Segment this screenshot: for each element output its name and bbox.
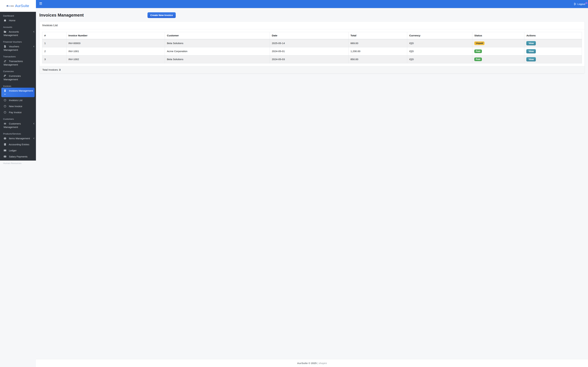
- table-row: 1 INV-00003 Beta Solutions 2025-05-14 66…: [42, 39, 257, 47]
- circle-icon: [4, 111, 6, 114]
- cell-customer: Beta Solutions: [165, 39, 257, 47]
- svg-text:$: $: [4, 156, 5, 157]
- sidebar-nav: Dashboard Home Accounts Accounts Managem…: [0, 12, 36, 161]
- table-row: 3 INV-1002 Beta Solutions 2024-05-03 850…: [42, 55, 257, 63]
- circle-icon: [4, 99, 6, 101]
- receipt-icon: [4, 89, 6, 92]
- cell-invoice-number: INV-00003: [66, 39, 165, 47]
- card-title: Invoices List: [40, 22, 257, 29]
- invoices-total: Total Invoices: 3: [40, 66, 257, 73]
- chevron-down-icon: [4, 93, 6, 95]
- page-header: Invoices Management Create New Invoice: [39, 12, 257, 18]
- cell-num: 1: [42, 39, 66, 47]
- brand-logo-icon: AurSuite: [7, 5, 14, 7]
- main-content: Invoices Management Create New Invoice I…: [36, 8, 257, 161]
- invoices-total-value: 3: [59, 68, 61, 71]
- nav-section-transactions: Transactions: [0, 55, 36, 58]
- col-header-customer: Customer: [165, 32, 257, 39]
- invoices-card: Invoices List # Invoice Number Customer …: [39, 21, 257, 74]
- users-icon: [4, 122, 6, 125]
- nav-section-customers: Customers: [0, 118, 36, 121]
- brand-title: AurSuite: [15, 4, 29, 8]
- cell-invoice-number: INV-1002: [66, 55, 165, 63]
- table-header-row: # Invoice Number Customer Date Total Cur…: [42, 32, 257, 39]
- sidebar-item-items-management[interactable]: Items Management: [0, 135, 36, 142]
- cell-num: 3: [42, 55, 66, 63]
- home-icon: [4, 19, 6, 22]
- book-icon: [4, 143, 6, 146]
- coins-icon: [4, 75, 6, 77]
- sidebar-item-currencies-management[interactable]: Currencies Management: [0, 73, 36, 83]
- table-row: 2 INV-1001 Acme Corporation 2024-05-01 1…: [42, 47, 257, 55]
- menu-toggle-button[interactable]: [39, 2, 42, 5]
- page-title: Invoices Management: [39, 13, 84, 17]
- sidebar-item-vouchers-management[interactable]: Vouchers Management: [0, 43, 36, 53]
- card-body: # Invoice Number Customer Date Total Cur…: [40, 29, 257, 66]
- invoices-table: # Invoice Number Customer Date Total Cur…: [42, 32, 257, 63]
- sidebar-item-accounting-entries[interactable]: Accounting Entries: [0, 142, 36, 148]
- book-open-icon: [4, 149, 6, 152]
- chevron-left-icon: [33, 31, 35, 33]
- folder-open-icon: [4, 30, 6, 33]
- sidebar-item-pay-invoice[interactable]: Pay Invoice: [0, 109, 36, 115]
- cell-customer: Acme Corporation: [165, 47, 257, 55]
- nav-section-currencies: Currencies: [0, 70, 36, 73]
- chevron-left-icon: [33, 137, 35, 139]
- sidebar-item-customers-management[interactable]: Customers Management: [0, 121, 36, 130]
- chevron-left-icon: [33, 45, 35, 48]
- cell-invoice-number: INV-1001: [66, 47, 165, 55]
- nav-section-financial-vouchers: Financial Vouchers: [0, 41, 36, 43]
- money-check-icon: $: [4, 155, 6, 158]
- exchange-arrows-icon: [4, 60, 6, 63]
- sidebar-item-home[interactable]: Home: [0, 17, 36, 24]
- sidebar-item-accounts-management[interactable]: Accounts Management: [0, 29, 36, 38]
- box-icon: [4, 137, 6, 140]
- sidebar: AurSuite AurSuite Dashboard Home Account…: [0, 0, 36, 161]
- col-header-invoice-number: Invoice Number: [66, 32, 165, 39]
- nav-section-products-services: Products/Services: [0, 132, 36, 135]
- sidebar-item-new-invoice[interactable]: New Invoice: [0, 103, 36, 109]
- circle-icon: [4, 105, 6, 108]
- chevron-left-icon: [33, 123, 35, 125]
- invoices-total-label: Total Invoices:: [42, 68, 58, 71]
- sidebar-item-transactions-management[interactable]: Transactions Management: [0, 58, 36, 68]
- sidebar-item-salary-payments[interactable]: $ Salary Payments: [0, 153, 36, 159]
- nav-section-dashboard: Dashboard: [0, 14, 36, 17]
- cell-customer: Beta Solutions: [165, 55, 257, 63]
- col-header-num: #: [42, 32, 66, 39]
- sidebar-item-ledger[interactable]: Ledger: [0, 148, 36, 153]
- sidebar-item-invoices-list[interactable]: Invoices List: [0, 97, 36, 103]
- nav-section-invoices: Invoices: [0, 85, 36, 88]
- file-invoice-icon: [4, 45, 6, 48]
- top-navbar: Logout: [36, 0, 257, 8]
- create-new-invoice-button[interactable]: Create New Invoice: [147, 12, 176, 18]
- nav-section-accounts: Accounts: [0, 26, 36, 29]
- brand[interactable]: AurSuite AurSuite: [0, 0, 36, 12]
- cell-num: 2: [42, 47, 66, 55]
- sidebar-item-invoices-management[interactable]: Invoices Management: [1, 88, 35, 97]
